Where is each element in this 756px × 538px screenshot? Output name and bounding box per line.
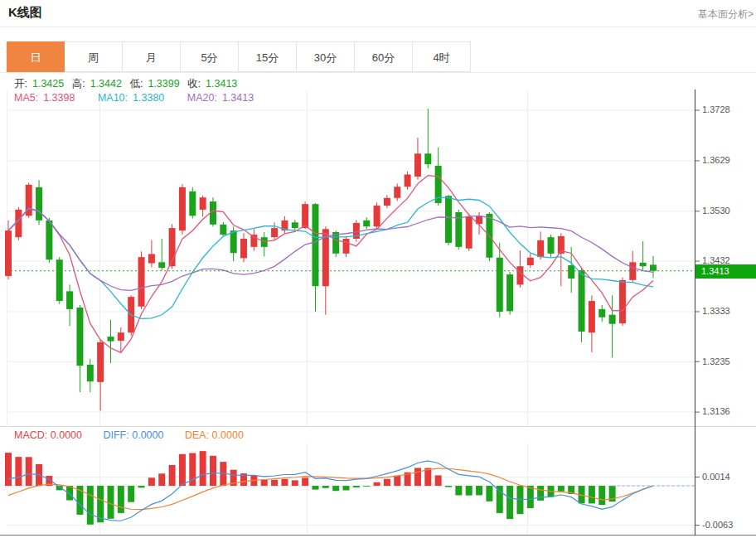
ohlc-readout: 开:1.3425 高:1.3442 低:1.3399 收:1.3413 (14, 77, 242, 91)
kline-page: K线图 基本面分析> 日 周 月 5分 15分 30分 60分 4时 开:1.3… (0, 0, 756, 538)
close-value: 1.3413 (206, 78, 237, 90)
dea-label: DEA: (185, 429, 209, 441)
diff-label: DIFF: (103, 429, 128, 441)
ma-readout: MA5:1.3398 MA10:1.3380 MA20:1.3413 (14, 92, 259, 104)
ma20-value: 1.3413 (222, 92, 254, 104)
current-price-badge: 1.3413 (695, 264, 756, 279)
y-tick-5: 1.3333 (702, 306, 752, 316)
ma10-label: MA10: (98, 92, 128, 104)
diff-value: 0.0000 (132, 429, 163, 441)
y-tick-1: 1.3728 (702, 104, 752, 114)
macd-readout: MACD: 0.0000 DIFF: 0.0000 DEA: 0.0000 (14, 429, 244, 441)
y-tick-7: 1.3136 (702, 406, 752, 416)
open-value: 1.3425 (32, 78, 64, 90)
low-value: 1.3399 (148, 78, 179, 90)
macd-tick-1: 0.0014 (702, 472, 752, 482)
low-label: 低: (129, 78, 143, 90)
ma5-value: 1.3398 (43, 92, 75, 104)
ma10-value: 1.3380 (133, 92, 164, 104)
dea-value: 0.0000 (212, 429, 244, 441)
close-label: 收: (187, 78, 201, 90)
macd-value: 0.0000 (51, 429, 82, 441)
high-label: 高: (72, 78, 85, 90)
y-tick-2: 1.3629 (702, 155, 752, 165)
ma20-label: MA20: (187, 92, 217, 104)
open-label: 开: (14, 78, 27, 90)
high-value: 1.3442 (90, 78, 122, 90)
macd-label: MACD: (14, 429, 47, 441)
macd-tick-2: -0.0063 (702, 520, 752, 530)
y-tick-3: 1.3530 (702, 206, 752, 216)
y-tick-6: 1.3235 (702, 356, 752, 366)
ma5-label: MA5: (14, 92, 38, 104)
